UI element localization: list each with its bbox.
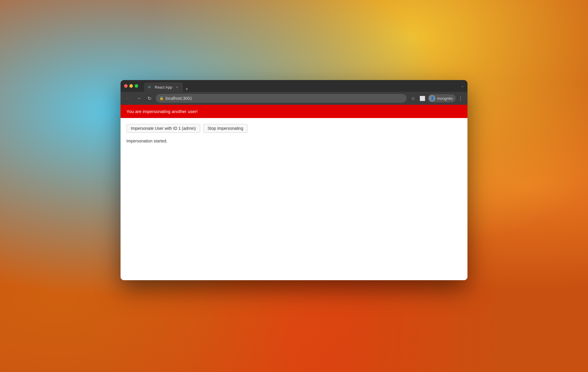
incognito-avatar-icon: 👤 — [429, 95, 435, 102]
tab-bar: ⚛ React App × + — [144, 80, 191, 92]
forward-button[interactable]: → — [135, 94, 143, 102]
browser-window: ⚛ React App × + ⌄ ← → ↻ 🔒 localhost:3001… — [121, 80, 467, 280]
impersonate-button[interactable]: Impersonate User with ID 1 (admin) — [126, 124, 200, 133]
reload-button[interactable]: ↻ — [145, 94, 153, 102]
split-view-button[interactable]: ⬜ — [418, 94, 427, 102]
tab-favicon-icon: ⚛ — [148, 85, 152, 89]
maximize-button[interactable] — [135, 84, 138, 88]
tab-close-button[interactable]: × — [175, 85, 179, 89]
stop-impersonating-button[interactable]: Stop Impersonating — [203, 124, 248, 133]
nav-bar: ← → ↻ 🔒 localhost:3001 ☆ ⬜ 👤 Incognito — [121, 92, 467, 105]
nav-actions: ☆ ⬜ 👤 Incognito ⋮ — [409, 94, 464, 102]
url-text: localhost:3001 — [166, 96, 192, 101]
star-icon: ☆ — [411, 96, 415, 101]
incognito-label: Incognito — [437, 96, 453, 101]
page-content: You are impersonating another user! Impe… — [121, 105, 467, 280]
forward-icon: → — [136, 96, 141, 101]
traffic-lights — [124, 84, 138, 88]
page-body: Impersonate User with ID 1 (admin) Stop … — [121, 118, 467, 149]
status-text: Impersonation started. — [126, 139, 462, 143]
banner-text: You are impersonating another user! — [126, 109, 198, 114]
tab-title: React App — [155, 85, 172, 89]
back-icon: ← — [126, 96, 131, 101]
more-options-button[interactable]: ⋮ — [457, 96, 464, 101]
back-button[interactable]: ← — [124, 94, 132, 102]
lock-icon: 🔒 — [159, 96, 164, 100]
tab-dropdown-icon[interactable]: ⌄ — [461, 84, 464, 88]
new-tab-button[interactable]: + — [183, 87, 191, 92]
active-tab[interactable]: ⚛ React App × — [144, 82, 183, 92]
close-button[interactable] — [124, 84, 128, 88]
address-bar[interactable]: 🔒 localhost:3001 — [156, 94, 407, 103]
split-icon: ⬜ — [420, 96, 425, 101]
incognito-badge[interactable]: 👤 Incognito — [428, 94, 456, 102]
reload-icon: ↻ — [148, 96, 151, 101]
button-group: Impersonate User with ID 1 (admin) Stop … — [126, 124, 462, 133]
title-bar: ⚛ React App × + ⌄ — [121, 80, 467, 92]
profile-icon: 👤 — [430, 96, 435, 100]
minimize-button[interactable] — [129, 84, 133, 88]
impersonation-banner: You are impersonating another user! — [121, 105, 467, 118]
bookmark-button[interactable]: ☆ — [409, 94, 417, 102]
